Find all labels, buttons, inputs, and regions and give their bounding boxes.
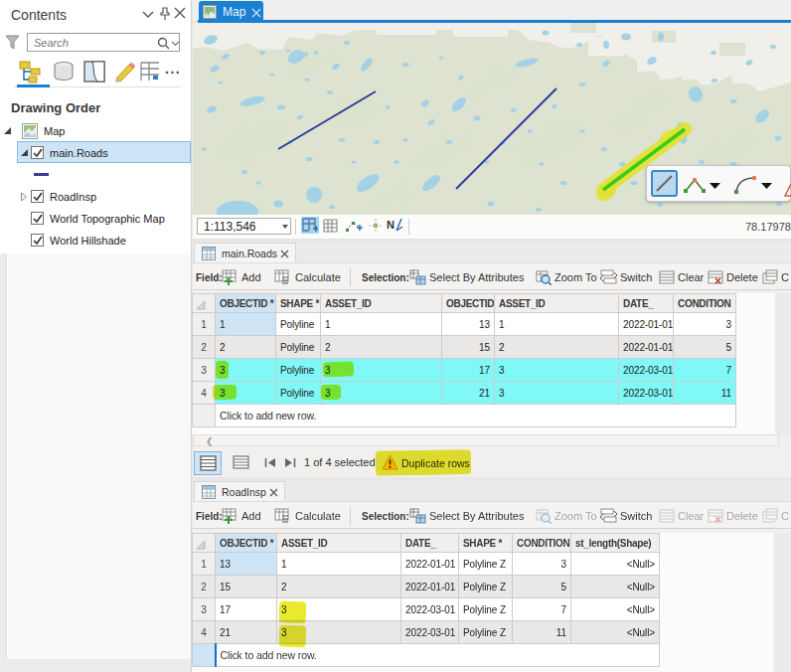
svg-text:N: N (387, 219, 395, 231)
